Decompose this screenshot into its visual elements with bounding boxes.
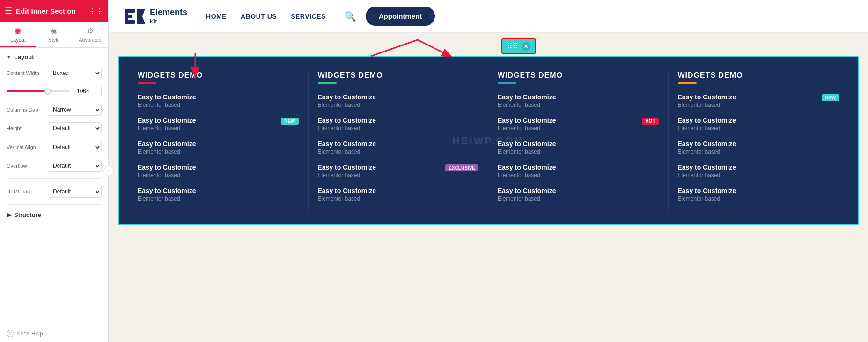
slider-row: 1064 [7, 86, 102, 97]
widget-column-1: WIDGETS DEMOEasy to CustomizeElementor b… [309, 71, 489, 210]
main-area: Elements Kit HOME ABOUT US SERVICES 🔍 Ap… [109, 0, 868, 342]
columns-gap-label: Columns Gap [7, 107, 44, 112]
list-item: Easy to CustomizeElementor based [498, 140, 659, 155]
layout-icon: ▦ [15, 26, 22, 35]
drag-handle-icon[interactable]: ⠿⠿ [507, 42, 518, 51]
nav-about[interactable]: ABOUT US [241, 13, 277, 20]
content-width-row: Content Width Boxed Full Width [7, 67, 102, 79]
widget-underline-0 [138, 82, 156, 84]
panel-header: ☰ Edit Inner Section ⋮⋮ [0, 0, 108, 22]
left-panel: ☰ Edit Inner Section ⋮⋮ ▦ Layout ◉ Style… [0, 0, 109, 342]
overflow-select[interactable]: Default Hidden [48, 160, 102, 172]
logo-sub: Kit [150, 18, 187, 25]
badge-new: NEW [281, 118, 298, 125]
list-item: Easy to CustomizeElementor basedNEW [138, 117, 299, 132]
list-item: Easy to CustomizeElementor based [138, 187, 299, 202]
appointment-button[interactable]: Appointment [366, 7, 435, 26]
collapse-panel-button[interactable]: › [103, 166, 114, 176]
structure-section-header[interactable]: ▶ Structure [7, 211, 102, 218]
vertical-align-row: Vertical Align Default Top Middle Bottom [7, 141, 102, 153]
need-help[interactable]: ? Need Help [0, 325, 108, 342]
svg-rect-1 [125, 9, 135, 13]
overflow-row: Overflow Default Hidden [7, 160, 102, 172]
list-item: Easy to CustomizeElementor based [678, 117, 839, 132]
list-item: Easy to CustomizeElementor based [678, 164, 839, 178]
tab-style[interactable]: ◉ Style [36, 22, 72, 47]
width-input[interactable]: 1064 [74, 86, 102, 97]
html-tag-row: HTML Tag Default div header footer main [7, 186, 102, 198]
panel-body: ▼ Layout Content Width Boxed Full Width … [0, 48, 108, 325]
floating-toolbar: ⠿⠿ ✕ [501, 38, 536, 54]
widget-column-2: WIDGETS DEMOEasy to CustomizeElementor b… [488, 71, 669, 210]
list-item: Easy to CustomizeElementor basedEXCLUSIV… [318, 164, 479, 178]
tab-layout[interactable]: ▦ Layout [0, 22, 36, 47]
widget-underline-3 [678, 82, 697, 84]
content-width-select[interactable]: Boxed Full Width [48, 67, 102, 79]
badge-exclusive: EXCLUSIVE [445, 164, 478, 171]
badge-hot: HOT [642, 118, 658, 125]
widget-column-0: WIDGETS DEMOEasy to CustomizeElementor b… [128, 71, 309, 210]
widget-title-0: WIDGETS DEMO [138, 71, 299, 80]
vertical-align-label: Vertical Align [7, 144, 44, 150]
advanced-icon: ⚙ [87, 26, 94, 35]
widget-underline-2 [498, 82, 516, 84]
need-help-label: Need Help [16, 330, 43, 337]
panel-title: Edit Inner Section [16, 7, 85, 15]
list-item: Easy to CustomizeElementor based [138, 140, 299, 155]
list-item: Easy to CustomizeElementor based [498, 187, 659, 202]
html-tag-select[interactable]: Default div header footer main [48, 186, 102, 198]
list-item: Easy to CustomizeElementor based [318, 187, 479, 202]
width-slider[interactable] [7, 90, 70, 92]
structure-arrow-icon: ▶ [7, 211, 11, 218]
columns-gap-select[interactable]: No Gap Narrow Default Extended Wide Cust… [48, 104, 102, 116]
canvas-area: ⠿⠿ ✕ HEIWP.COM WIDGETS DEMO [109, 33, 868, 342]
svg-rect-2 [125, 15, 132, 18]
tab-advanced-label: Advanced [79, 37, 102, 43]
list-item: Easy to CustomizeElementor basedHOT [498, 117, 659, 132]
list-item: Easy to CustomizeElementor based [318, 117, 479, 132]
list-item: Easy to CustomizeElementor based [678, 140, 839, 155]
tab-advanced[interactable]: ⚙ Advanced [72, 22, 108, 47]
nav-services[interactable]: SERVICES [291, 13, 326, 20]
html-tag-label: HTML Tag [7, 189, 44, 194]
svg-rect-3 [125, 20, 135, 24]
logo-icon [123, 5, 145, 28]
badge-new: NEW [822, 94, 839, 101]
tab-style-label: Style [48, 37, 59, 43]
hamburger-icon[interactable]: ☰ [5, 6, 12, 16]
height-row: Height Default Fit To Screen Min Height [7, 122, 102, 134]
grid-icon[interactable]: ⋮⋮ [88, 7, 103, 15]
list-item: Easy to CustomizeElementor based [138, 93, 299, 108]
search-icon[interactable]: 🔍 [345, 11, 356, 22]
help-icon: ? [7, 330, 14, 337]
list-item: Easy to CustomizeElementor based [678, 187, 839, 202]
list-item: Easy to CustomizeElementor based [498, 164, 659, 178]
style-icon: ◉ [51, 26, 58, 35]
tab-layout-label: Layout [10, 37, 26, 43]
layout-section-header[interactable]: ▼ Layout [7, 53, 102, 60]
layout-arrow-icon: ▼ [7, 54, 11, 59]
overflow-label: Overflow [7, 163, 44, 169]
layout-section-label: Layout [14, 53, 34, 60]
list-item: Easy to CustomizeElementor based [138, 164, 299, 178]
columns-gap-row: Columns Gap No Gap Narrow Default Extend… [7, 104, 102, 116]
close-toolbar-button[interactable]: ✕ [522, 42, 530, 51]
widget-title-1: WIDGETS DEMO [318, 71, 479, 80]
inner-section: HEIWP.COM WIDGETS DEMOEasy to CustomizeE… [118, 56, 859, 225]
structure-section-label: Structure [14, 211, 41, 218]
list-item: Easy to CustomizeElementor based [498, 93, 659, 108]
widget-title-3: WIDGETS DEMO [678, 71, 839, 80]
list-item: Easy to CustomizeElementor based [318, 140, 479, 155]
top-nav: Elements Kit HOME ABOUT US SERVICES 🔍 Ap… [109, 0, 868, 33]
vertical-align-select[interactable]: Default Top Middle Bottom [48, 141, 102, 153]
list-item: Easy to CustomizeElementor basedNEW [678, 93, 839, 108]
widgets-grid: WIDGETS DEMOEasy to CustomizeElementor b… [128, 71, 848, 210]
height-label: Height [7, 126, 44, 131]
nav-home[interactable]: HOME [206, 13, 227, 20]
nav-links: HOME ABOUT US SERVICES [206, 13, 326, 20]
panel-tabs: ▦ Layout ◉ Style ⚙ Advanced [0, 22, 108, 48]
height-select[interactable]: Default Fit To Screen Min Height [48, 122, 102, 134]
widget-title-2: WIDGETS DEMO [498, 71, 659, 80]
bottom-bar [118, 230, 859, 244]
widget-column-3: WIDGETS DEMOEasy to CustomizeElementor b… [669, 71, 849, 210]
